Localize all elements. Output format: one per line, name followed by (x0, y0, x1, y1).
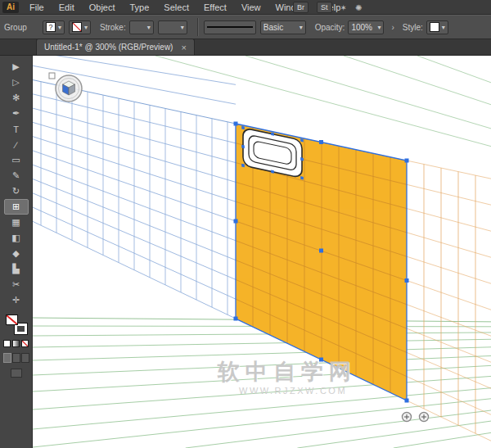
menu-item-view[interactable]: View (234, 0, 268, 15)
pen-tool[interactable]: ✒ (4, 106, 29, 121)
none-button[interactable] (21, 340, 29, 347)
style-select[interactable]: ▾ (426, 20, 448, 34)
illustrator-window: Ai FileEditObjectTypeSelectEffectViewWin… (0, 0, 491, 448)
fill-stroke-indicator[interactable] (6, 315, 27, 334)
anchor-point[interactable] (300, 138, 304, 142)
chevron-down-icon: ▾ (84, 24, 88, 31)
selection-handle[interactable] (234, 122, 238, 126)
tool-list: ▶▷✻✒T∕▭✎↻⊞▦◧◆▙✂✛ (4, 59, 29, 308)
chevron-down-icon: ▾ (181, 24, 184, 31)
anchor-point[interactable] (300, 176, 304, 179)
divider (197, 18, 198, 36)
gradient-tool[interactable]: ◧ (4, 230, 29, 246)
opacity-value: 100% (351, 23, 372, 32)
tools-panel: ▶▷✻✒T∕▭✎↻⊞▦◧◆▙✂✛ (0, 56, 33, 448)
draw-normal-button[interactable] (3, 353, 11, 363)
column-graph-tool[interactable]: ▙ (4, 261, 29, 277)
perspective-grid-tool[interactable]: ⊞ (4, 199, 29, 215)
magic-wand-tool[interactable]: ✻ (4, 90, 29, 106)
brush-stroke-preview (207, 26, 253, 28)
watermark-url: WWW.RJZXW.COM (239, 386, 347, 396)
brush-preview[interactable] (204, 20, 256, 34)
plane-switching-widget[interactable] (49, 73, 82, 102)
menu-item-file[interactable]: File (22, 0, 52, 15)
line-segment-tool[interactable]: ∕ (4, 137, 29, 152)
width-profile-select[interactable]: ? ▾ (43, 20, 65, 34)
anchor-point[interactable] (241, 145, 245, 148)
screen-mode-button[interactable] (11, 369, 22, 378)
document-title: Untitled-1* @ 300% (RGB/Preview) (44, 43, 173, 52)
selection-handle[interactable] (234, 317, 238, 321)
stroke-color-select[interactable]: ▾ (69, 20, 91, 34)
anchor-point[interactable] (271, 132, 274, 135)
selection-handle[interactable] (405, 278, 409, 283)
menu-item-effect[interactable]: Effect (196, 0, 234, 15)
menu-item-type[interactable]: Type (123, 0, 157, 15)
control-bar: Group ? ▾ ▾ Stroke: ▾ ▾ Basic ▾ Opacity:… (0, 15, 491, 39)
none-swatch (72, 22, 82, 32)
color-mode-buttons (3, 340, 29, 347)
stroke-options-select[interactable]: ▾ (158, 20, 187, 34)
anchor-point[interactable] (241, 164, 245, 167)
menu-item-object[interactable]: Object (82, 0, 123, 15)
cs-live-icon[interactable]: ✶ (340, 3, 347, 12)
chevron-down-icon: ▾ (442, 24, 445, 31)
menu-item-edit[interactable]: Edit (52, 0, 82, 15)
context-label: Group (0, 23, 43, 32)
profile-swatch: ? (46, 22, 56, 32)
style-label: Style: (403, 23, 423, 32)
chevron-down-icon: ▾ (58, 24, 61, 31)
rotate-tool[interactable]: ↻ (4, 183, 29, 199)
toolbar-bottom-cluster (3, 315, 29, 378)
selection-handle[interactable] (319, 249, 323, 253)
menu-item-select[interactable]: Select (156, 0, 196, 15)
app-logo: Ai (2, 2, 19, 13)
stroke-label: Stroke: (100, 23, 126, 32)
canvas[interactable]: 软中自学网 WWW.RJZXW.COM (33, 56, 491, 448)
drawing-mode-buttons (3, 353, 29, 363)
chevron-right-icon[interactable]: › (391, 23, 394, 32)
anchor-point[interactable] (300, 157, 304, 161)
selection-handle[interactable] (319, 140, 323, 144)
pencil-tool[interactable]: ✎ (4, 168, 29, 183)
gear-icon[interactable]: ✺ (355, 3, 362, 12)
hand-tool[interactable]: ✛ (4, 292, 29, 308)
direct-selection-tool[interactable]: ▷ (4, 75, 29, 90)
color-button[interactable] (3, 340, 11, 347)
opacity-select[interactable]: 100% ▾ (348, 20, 384, 34)
selection-handle[interactable] (405, 399, 409, 403)
menu-right-cluster: BrSt✶✺ (293, 0, 362, 15)
st-button[interactable]: St (317, 2, 332, 13)
rectangle-tool[interactable]: ▭ (4, 152, 29, 168)
document-tab[interactable]: Untitled-1* @ 300% (RGB/Preview) × (36, 38, 195, 55)
type-tool[interactable]: T (4, 121, 29, 137)
draw-inside-button[interactable] (21, 353, 29, 363)
brush-name: Basic (264, 23, 283, 32)
selection-handle[interactable] (405, 159, 409, 163)
gradient-button[interactable] (12, 340, 20, 347)
slice-tool[interactable]: ✂ (4, 277, 29, 292)
ground-level-widget[interactable] (403, 413, 412, 422)
mesh-tool[interactable]: ▦ (4, 215, 29, 230)
chevron-down-icon: ▾ (377, 24, 381, 31)
selection-handle[interactable] (234, 219, 238, 224)
ground-level-widget[interactable] (420, 413, 429, 422)
chevron-down-icon: ▾ (300, 24, 303, 31)
document-tab-bar: Untitled-1* @ 300% (RGB/Preview) × (0, 39, 491, 56)
fill-proxy[interactable] (6, 315, 18, 325)
chevron-down-icon: ▾ (147, 24, 151, 31)
style-swatch (430, 22, 439, 32)
anchor-point[interactable] (241, 126, 245, 129)
stroke-weight-field[interactable]: ▾ (129, 20, 154, 34)
eyedropper-tool[interactable]: ◆ (4, 246, 29, 261)
brush-definition-select[interactable]: Basic ▾ (260, 20, 306, 34)
br-button[interactable]: Br (293, 2, 309, 13)
selection-tool[interactable]: ▶ (4, 59, 29, 75)
watermark-text: 软中自学网 (218, 357, 357, 387)
menu-bar: Ai FileEditObjectTypeSelectEffectViewWin… (0, 0, 491, 15)
right-grid-orange (407, 161, 491, 441)
draw-behind-button[interactable] (12, 353, 20, 363)
widget-corner-box (49, 73, 55, 79)
close-icon[interactable]: × (181, 43, 186, 52)
anchor-point[interactable] (271, 170, 274, 173)
